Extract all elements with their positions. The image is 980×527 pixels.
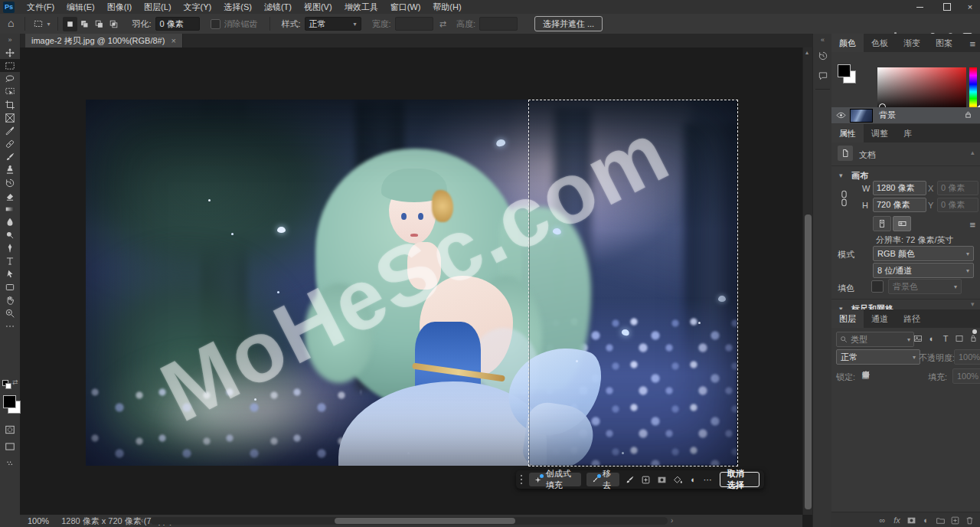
screen-mode-button[interactable] — [0, 440, 20, 453]
object-selection-tool[interactable] — [0, 85, 20, 98]
tab-patterns[interactable]: 图案 — [928, 34, 960, 52]
zoom-tool[interactable] — [0, 306, 20, 319]
antialias-checkbox[interactable] — [211, 19, 220, 29]
menu-plugins[interactable]: 增效工具 — [338, 0, 384, 14]
tab-close-icon[interactable]: × — [171, 36, 175, 45]
clone-stamp-tool[interactable] — [0, 163, 20, 176]
eraser-tool[interactable] — [0, 189, 20, 202]
quick-mask-button[interactable] — [0, 423, 20, 436]
dodge-tool[interactable] — [0, 228, 20, 241]
section-chevron-icon[interactable]: ▾ — [839, 172, 843, 179]
width-field[interactable]: 1280 像素 — [873, 181, 926, 195]
height-input[interactable] — [479, 17, 518, 31]
move-tool[interactable] — [0, 46, 20, 59]
add-adjustment-icon[interactable] — [641, 474, 651, 485]
type-filter-icon[interactable]: T — [939, 332, 952, 345]
menu-view[interactable]: 视图(V) — [298, 0, 338, 14]
smart-object-filter-icon[interactable] — [966, 332, 980, 345]
brush-icon[interactable] — [625, 474, 635, 485]
selection-marquee[interactable] — [528, 100, 738, 466]
panel-scroll-up-icon[interactable]: ▴ — [971, 149, 975, 156]
restore-button[interactable] — [936, 0, 959, 14]
portrait-orientation-button[interactable] — [873, 216, 891, 231]
add-selection-button[interactable] — [77, 17, 92, 31]
extras-icon[interactable] — [0, 457, 20, 470]
menu-image[interactable]: 图像(I) — [101, 0, 138, 14]
horizontal-scrollbar[interactable] — [150, 517, 668, 525]
layer-row-background[interactable]: 背景 — [831, 107, 980, 123]
hue-slider[interactable] — [969, 67, 977, 112]
tab-color[interactable]: 颜色 — [831, 34, 864, 52]
gradient-tool[interactable] — [0, 202, 20, 215]
layer-effects-icon[interactable]: fx — [890, 516, 904, 525]
tab-paths[interactable]: 路径 — [896, 309, 928, 328]
feather-input[interactable]: 0 像素 — [155, 17, 200, 31]
taskbar-drag-handle[interactable] — [521, 474, 524, 485]
width-input[interactable] — [395, 17, 433, 31]
edit-toolbar-icon[interactable] — [0, 319, 20, 332]
toolbar-collapse-icon[interactable]: » — [0, 34, 20, 46]
generative-fill-button[interactable]: 创成式填充 — [529, 473, 581, 486]
crop-tool[interactable] — [0, 98, 20, 111]
remove-button[interactable]: 移去 — [586, 473, 619, 486]
canvas-pasteboard[interactable]: MoHeSc.com 创成式填充 移去 ◐ ⋯ 取消选择 — [20, 47, 802, 515]
shape-tool[interactable] — [0, 280, 20, 293]
tab-properties[interactable]: 属性 — [831, 124, 864, 142]
lasso-tool[interactable] — [0, 72, 20, 85]
height-field[interactable]: 720 像素 — [873, 198, 926, 212]
subtract-selection-button[interactable] — [92, 17, 106, 31]
deselect-button[interactable]: 取消选择 — [720, 472, 760, 487]
new-group-icon[interactable] — [933, 516, 948, 525]
blend-mode-dropdown[interactable]: 正常▾ — [836, 349, 920, 365]
minimize-button[interactable] — [908, 0, 931, 14]
history-panel-icon[interactable] — [813, 46, 832, 66]
bit-depth-dropdown[interactable]: 8 位/通道▾ — [873, 263, 974, 278]
menu-edit[interactable]: 编辑(E) — [60, 0, 101, 14]
add-mask-icon[interactable] — [904, 516, 919, 525]
select-and-mask-button[interactable]: 选择并遮住 ... — [534, 16, 603, 31]
style-dropdown[interactable]: 正常 ▾ — [305, 17, 361, 31]
color-saturation-field[interactable] — [877, 67, 966, 112]
pen-tool[interactable] — [0, 241, 20, 254]
menu-filter[interactable]: 滤镜(T) — [258, 0, 298, 14]
shape-filter-icon[interactable] — [952, 332, 966, 345]
x-field[interactable]: 0 像素 — [937, 181, 978, 195]
scroll-right-icon[interactable]: › — [671, 516, 673, 525]
panel-foreground-swatch[interactable] — [838, 64, 851, 77]
tool-preset[interactable]: ▾ — [30, 17, 53, 31]
fill-bucket-icon[interactable] — [673, 474, 683, 485]
canvas-section-title[interactable]: 画布 — [851, 170, 868, 182]
eyedropper-tool[interactable] — [0, 124, 20, 137]
tab-libraries[interactable]: 库 — [896, 124, 920, 142]
tab-channels[interactable]: 通道 — [864, 309, 896, 328]
horizontal-scroll-thumb[interactable] — [335, 518, 515, 524]
home-icon[interactable]: ⌂ — [8, 17, 14, 29]
new-layer-icon[interactable] — [948, 516, 962, 525]
link-layers-icon[interactable]: ∞ — [875, 516, 890, 525]
type-tool[interactable] — [0, 254, 20, 267]
history-brush-tool[interactable] — [0, 176, 20, 189]
delete-layer-icon[interactable] — [962, 516, 977, 525]
fill-checkbox[interactable] — [871, 280, 884, 293]
adjustment-layer-icon[interactable]: ◐ — [919, 516, 933, 525]
layer-filter-search[interactable]: 类型 ▾ — [836, 332, 914, 347]
document-tab[interactable]: image-2 拷贝.jpg @ 100%(RGB/8#) × — [25, 34, 183, 47]
scroll-left-icon[interactable]: ‹ — [141, 516, 143, 525]
tab-swatches[interactable]: 色板 — [864, 34, 896, 52]
vertical-scrollbar[interactable]: ▴ — [802, 47, 813, 515]
menu-select[interactable]: 选择(S) — [217, 0, 258, 14]
landscape-orientation-button[interactable] — [893, 216, 911, 231]
swap-colors-icon[interactable]: ⇄ — [12, 378, 18, 386]
blur-tool[interactable] — [0, 215, 20, 228]
menu-window[interactable]: 窗口(W) — [384, 0, 427, 14]
opacity-field[interactable]: 100% — [954, 349, 980, 365]
adjustments-icon[interactable]: ◐ — [689, 474, 697, 485]
color-mode-dropdown[interactable]: RGB 颜色▾ — [873, 246, 974, 261]
scroll-up-icon[interactable]: ▴ — [805, 49, 808, 56]
layer-visibility-eye-icon[interactable] — [831, 110, 850, 120]
new-selection-button[interactable] — [63, 17, 77, 31]
healing-brush-tool[interactable] — [0, 137, 20, 150]
panel-menu-icon[interactable]: ≡ — [969, 38, 975, 50]
layer-fill-field[interactable]: 100% — [952, 368, 980, 384]
menu-help[interactable]: 帮助(H) — [426, 0, 467, 14]
